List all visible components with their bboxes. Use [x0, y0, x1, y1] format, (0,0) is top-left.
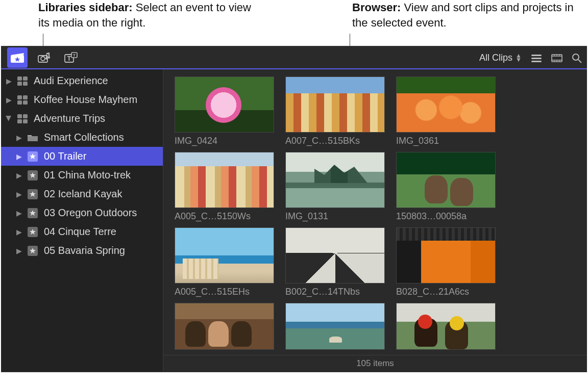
sidebar-item-event[interactable]: ▶ 02 Iceland Kayak — [1, 185, 163, 203]
clip-item[interactable]: A005_C…5150Ws — [175, 152, 274, 227]
clip-label: 150803…00058a — [396, 211, 496, 222]
svg-line-21 — [578, 60, 581, 63]
svg-marker-39 — [30, 248, 36, 253]
svg-marker-38 — [30, 229, 36, 235]
event-star-icon — [27, 189, 39, 199]
svg-point-3 — [41, 57, 45, 61]
clip-item[interactable] — [285, 303, 385, 355]
clip-thumbnail — [175, 76, 274, 133]
sidebar-item-label: Adventure Trips — [34, 113, 105, 124]
sidebar-item-event[interactable]: ▶ 03 Oregon Outdoors — [1, 203, 163, 222]
sidebar-item-label: 01 China Moto-trek — [44, 169, 131, 181]
title-t-icon: T T — [63, 52, 78, 63]
event-star-icon — [27, 208, 39, 218]
sidebar-item-library[interactable]: ▶ Audi Experience — [1, 71, 163, 90]
disclosure-arrow-icon: ▶ — [16, 190, 22, 198]
sidebar-item-label: 04 Cinque Terre — [44, 226, 116, 238]
svg-rect-28 — [17, 100, 22, 105]
clip-label: A005_C…5150Ws — [175, 211, 274, 222]
clip-item[interactable]: IMG_0424 — [175, 76, 274, 152]
svg-rect-32 — [17, 119, 22, 123]
clip-filter-dropdown[interactable]: All Clips ▲▼ — [479, 53, 522, 63]
svg-rect-25 — [23, 82, 28, 86]
disclosure-arrow-icon: ▶ — [5, 116, 13, 122]
search-button[interactable] — [572, 53, 582, 63]
svg-marker-36 — [30, 191, 36, 197]
svg-marker-35 — [30, 172, 36, 178]
sidebar-item-event[interactable]: ▶ 00 Trailer — [1, 147, 163, 166]
sidebar-item-smart-collections[interactable]: ▶ Smart Collections — [1, 128, 163, 147]
disclosure-arrow-icon: ▶ — [16, 134, 22, 142]
svg-rect-30 — [17, 114, 22, 118]
sidebar-item-label: Audi Experience — [34, 75, 108, 87]
clip-item[interactable] — [396, 303, 496, 355]
list-view-button[interactable] — [531, 54, 542, 63]
libraries-sidebar: ▶ Audi Experience ▶ Koffee House Mayhem … — [1, 69, 163, 371]
svg-marker-37 — [30, 210, 36, 216]
event-star-icon — [27, 227, 39, 237]
clip-thumbnail — [396, 227, 496, 283]
svg-rect-26 — [17, 95, 22, 99]
clip-thumbnail — [396, 303, 496, 350]
clip-item[interactable]: B028_C…21A6cs — [396, 227, 496, 303]
clip-item[interactable]: A007_C…515BKs — [285, 76, 385, 152]
event-star-icon — [27, 170, 39, 180]
svg-point-20 — [573, 54, 579, 60]
clip-item[interactable]: B002_C…14TNbs — [285, 227, 385, 303]
svg-rect-27 — [23, 95, 28, 99]
clip-label: IMG_0361 — [396, 136, 496, 146]
clip-item[interactable]: 150803…00058a — [396, 152, 496, 227]
toolbar: T T All Clips ▲▼ — [1, 46, 587, 69]
annotation-browser: Browser: View and sort clips and project… — [352, 0, 577, 46]
svg-rect-29 — [23, 100, 28, 105]
annotation-libraries-sidebar: Libraries sidebar: Select an event to vi… — [38, 0, 253, 46]
svg-text:T: T — [67, 55, 71, 62]
svg-rect-22 — [17, 76, 22, 81]
disclosure-arrow-icon: ▶ — [16, 247, 22, 255]
event-star-icon — [27, 246, 39, 256]
clip-label: IMG_0131 — [285, 211, 385, 222]
library-icon — [16, 114, 29, 124]
sidebar-item-label: Koffee House Mayhem — [34, 94, 137, 106]
clip-thumbnail — [285, 76, 385, 133]
clapperboard-star-icon — [10, 52, 24, 63]
sidebar-item-event[interactable]: ▶ 04 Cinque Terre — [1, 222, 163, 241]
sidebar-item-library[interactable]: ▶ Koffee House Mayhem — [1, 90, 163, 109]
clip-browser: IMG_0424 A007_C…515BKs IMG_0361 A005_C…5… — [163, 69, 587, 371]
app-window: T T All Clips ▲▼ — [1, 46, 587, 372]
svg-text:T: T — [73, 53, 76, 58]
clip-item[interactable]: IMG_0361 — [396, 76, 496, 152]
clip-grid: IMG_0424 A007_C…515BKs IMG_0361 A005_C…5… — [163, 69, 587, 355]
clip-thumbnail — [285, 303, 385, 350]
svg-marker-34 — [30, 153, 36, 159]
sidebar-item-label: 02 Iceland Kayak — [44, 188, 122, 200]
clip-item[interactable]: IMG_0131 — [285, 152, 385, 227]
clip-thumbnail — [285, 152, 385, 208]
sidebar-item-label: 00 Trailer — [44, 150, 86, 162]
folder-icon — [27, 133, 39, 143]
sidebar-item-event[interactable]: ▶ 01 China Moto-trek — [1, 166, 163, 185]
event-star-icon — [27, 151, 39, 162]
titles-tab-button[interactable]: T T — [60, 47, 81, 68]
clip-thumbnail — [175, 303, 274, 350]
svg-rect-9 — [531, 58, 542, 59]
clip-item[interactable] — [175, 303, 274, 355]
clip-label: A007_C…515BKs — [285, 136, 385, 146]
photos-audio-tab-button[interactable] — [34, 47, 54, 68]
libraries-tab-button[interactable] — [7, 47, 28, 68]
library-icon — [16, 76, 29, 86]
filmstrip-view-button[interactable] — [551, 54, 562, 63]
disclosure-arrow-icon: ▶ — [16, 209, 22, 217]
clip-label: A005_C…515EHs — [175, 287, 274, 297]
clip-label: IMG_0424 — [175, 136, 274, 146]
sidebar-item-label: 03 Oregon Outdoors — [44, 207, 137, 219]
sidebar-item-label: Smart Collections — [44, 132, 124, 143]
item-count: 105 items — [356, 358, 394, 369]
svg-rect-10 — [531, 61, 542, 62]
clip-filter-label: All Clips — [479, 53, 512, 63]
status-bar: 105 items — [163, 355, 587, 371]
sidebar-item-library[interactable]: ▶ Adventure Trips — [1, 109, 163, 128]
clip-item[interactable]: A005_C…515EHs — [175, 227, 274, 303]
sidebar-item-label: 05 Bavaria Spring — [44, 245, 125, 256]
sidebar-item-event[interactable]: ▶ 05 Bavaria Spring — [1, 241, 163, 260]
